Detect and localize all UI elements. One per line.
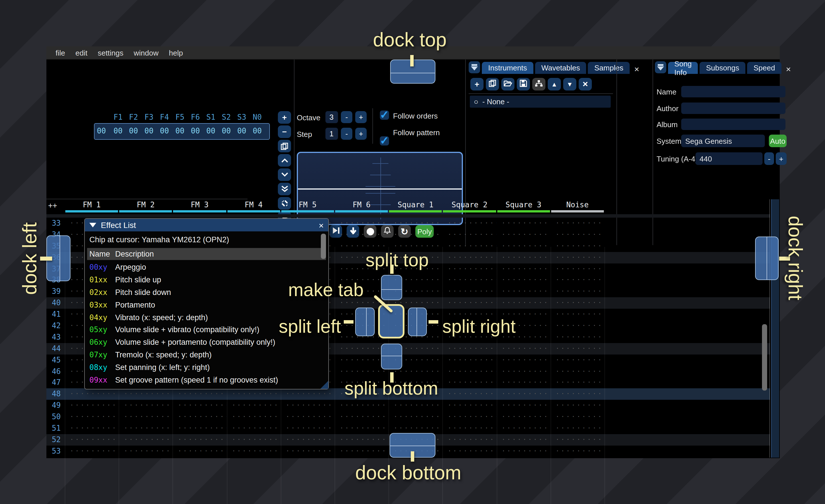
- pattern-cell[interactable]: ··········: [443, 366, 497, 377]
- pattern-cell[interactable]: ··········: [119, 389, 172, 400]
- pattern-cell[interactable]: ··········: [497, 411, 550, 423]
- channel-header-square-1[interactable]: Square 1: [388, 200, 442, 210]
- step-minus-button[interactable]: -: [341, 128, 352, 140]
- pattern-cell[interactable]: ··········: [388, 423, 442, 434]
- menu-item-help[interactable]: help: [164, 49, 188, 57]
- order-move-up-button[interactable]: [278, 154, 291, 167]
- pattern-cell[interactable]: ··········: [550, 423, 604, 434]
- follow-pattern-checkbox[interactable]: ✓: [380, 136, 389, 146]
- pattern-cell[interactable]: ··········: [388, 214, 442, 218]
- order-duplicate-button[interactable]: [278, 140, 291, 152]
- song-name-input[interactable]: [681, 86, 785, 97]
- instruments-tab-instruments[interactable]: Instruments: [482, 62, 533, 74]
- song-tab-speed[interactable]: Speed: [747, 62, 781, 74]
- pattern-cell[interactable]: ··········: [497, 252, 550, 263]
- pattern-cell[interactable]: ··········: [443, 241, 497, 252]
- pattern-cell[interactable]: ··········: [550, 445, 604, 457]
- pattern-cell[interactable]: ··········: [550, 434, 604, 445]
- pattern-cell[interactable]: ··········: [334, 214, 388, 218]
- pattern-cell[interactable]: ··········: [550, 343, 604, 354]
- system-auto-button[interactable]: Auto: [769, 135, 786, 147]
- order-cell[interactable]: 00: [126, 127, 141, 135]
- pattern-cell[interactable]: ··········: [550, 286, 604, 298]
- channel-header-fm-5[interactable]: FM 5: [281, 200, 334, 210]
- order-cell[interactable]: 00: [172, 127, 188, 135]
- pattern-cell[interactable]: ··········: [550, 214, 604, 218]
- channel-header-noise[interactable]: Noise: [550, 200, 604, 210]
- pattern-cell[interactable]: ··········: [497, 275, 550, 286]
- pattern-cell[interactable]: ··········: [173, 445, 227, 457]
- pattern-cell[interactable]: ··········: [173, 214, 227, 218]
- effect-row-09xx[interactable]: 09xxSet groove pattern (speed 1 if no gr…: [85, 373, 328, 386]
- pattern-cell[interactable]: ··········: [334, 400, 388, 412]
- order-cell[interactable]: 00: [219, 127, 234, 135]
- pattern-cell[interactable]: ··········: [65, 445, 119, 457]
- song-tabbar-close-icon[interactable]: ×: [783, 64, 794, 74]
- song-album-input[interactable]: [681, 118, 785, 130]
- pattern-cell[interactable]: ··········: [65, 434, 119, 445]
- follow-pattern-label[interactable]: Follow pattern: [393, 128, 440, 137]
- pattern-cell[interactable]: ··········: [497, 377, 550, 389]
- menu-item-window[interactable]: window: [129, 49, 164, 57]
- pattern-cell[interactable]: ··········: [497, 241, 550, 252]
- instruments-collapse-button[interactable]: [469, 61, 480, 73]
- instrument-save-button[interactable]: [517, 78, 530, 90]
- pattern-cell[interactable]: ··········: [227, 389, 281, 400]
- pattern-cell[interactable]: ··········: [550, 354, 604, 366]
- octave-minus-button[interactable]: -: [341, 111, 352, 123]
- song-author-input[interactable]: [681, 102, 785, 114]
- pattern-cell[interactable]: ··········: [443, 218, 497, 229]
- pattern-cell[interactable]: ··········: [388, 411, 442, 423]
- dock-right-target[interactable]: [755, 237, 778, 280]
- instrument-folder-view-button[interactable]: [532, 78, 545, 90]
- pattern-corner[interactable]: ++: [48, 201, 57, 209]
- split-top-target[interactable]: [381, 275, 402, 300]
- pattern-cell[interactable]: ··········: [497, 366, 550, 377]
- pattern-cell[interactable]: ··········: [497, 263, 550, 275]
- pattern-cell[interactable]: ··········: [388, 218, 442, 229]
- pattern-cell[interactable]: ··········: [497, 229, 550, 241]
- pattern-cell[interactable]: ··········: [119, 434, 172, 445]
- channel-header-fm-2[interactable]: FM 2: [119, 200, 172, 210]
- pattern-cell[interactable]: ··········: [550, 297, 604, 309]
- instrument-open-button[interactable]: [501, 78, 515, 90]
- follow-orders-checkbox[interactable]: ✓: [380, 110, 389, 120]
- pattern-cell[interactable]: ··········: [281, 411, 334, 423]
- pattern-row[interactable]: 50······································…: [47, 411, 770, 423]
- pattern-cell[interactable]: ··········: [334, 229, 388, 241]
- song-tab-subsongs[interactable]: Subsongs: [700, 62, 746, 74]
- instrument-list-item[interactable]: ○ - None -: [470, 96, 611, 108]
- effect-list-header-row[interactable]: Name Description: [87, 248, 326, 260]
- pattern-cell[interactable]: ··········: [497, 218, 550, 229]
- pattern-cell[interactable]: ··········: [550, 275, 604, 286]
- pattern-cell[interactable]: ··········: [334, 343, 388, 354]
- pattern-cell[interactable]: ··········: [497, 400, 550, 412]
- instrument-duplicate-button[interactable]: [486, 78, 499, 90]
- pattern-cell[interactable]: ··········: [443, 400, 497, 412]
- pattern-cell[interactable]: ··········: [497, 434, 550, 445]
- channel-header-square-2[interactable]: Square 2: [443, 200, 497, 210]
- description-column-header[interactable]: Description: [115, 250, 154, 258]
- pattern-cell[interactable]: ··········: [65, 214, 119, 218]
- pattern-cell[interactable]: ··········: [119, 445, 172, 457]
- pattern-cell[interactable]: ··········: [65, 423, 119, 434]
- order-add-button[interactable]: +: [278, 111, 291, 124]
- split-left-target[interactable]: [355, 308, 375, 336]
- pattern-cell[interactable]: ··········: [550, 229, 604, 241]
- pattern-cell[interactable]: ··········: [497, 389, 550, 400]
- pattern-cell[interactable]: ··········: [388, 400, 442, 412]
- pattern-cell[interactable]: ··········: [443, 354, 497, 366]
- channel-header-fm-6[interactable]: FM 6: [334, 200, 388, 210]
- pattern-cell[interactable]: ··········: [550, 218, 604, 229]
- order-remove-button[interactable]: −: [278, 125, 291, 138]
- pattern-cell[interactable]: ··········: [497, 354, 550, 366]
- effect-row-07xy[interactable]: 07xyTremolo (x: speed; y: depth): [85, 348, 328, 361]
- order-cell[interactable]: 00: [142, 127, 156, 135]
- pattern-cell[interactable]: ··········: [227, 214, 281, 218]
- pattern-cell[interactable]: ··········: [443, 411, 497, 423]
- pattern-cell[interactable]: ··········: [281, 214, 334, 218]
- order-cell[interactable]: 00: [188, 127, 203, 135]
- pattern-cell[interactable]: ··········: [550, 411, 604, 423]
- channel-header-square-3[interactable]: Square 3: [497, 200, 550, 210]
- channel-header-fm-1[interactable]: FM 1: [65, 200, 119, 210]
